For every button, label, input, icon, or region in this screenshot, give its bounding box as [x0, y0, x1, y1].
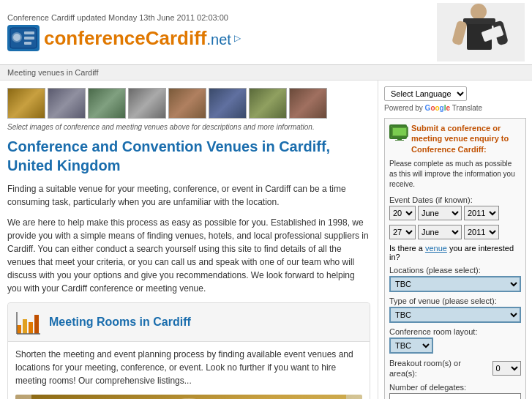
delegates-label: Number of delegates: — [389, 383, 521, 392]
date-from-day-select[interactable]: 20 — [389, 206, 416, 220]
translate-word: Translate — [452, 104, 482, 112]
logo-area: conferenceCardiff.net ▷ — [7, 25, 241, 51]
header-photo — [437, 3, 525, 61]
date-to-row[interactable]: 27 June 2011 — [389, 225, 521, 239]
venue-link[interactable]: venue — [425, 244, 447, 253]
svg-point-2 — [13, 34, 20, 41]
svg-rect-24 — [395, 140, 404, 141]
logo-text: conferenceCardiff.net — [44, 27, 231, 50]
powered-by-text: Powered by Google Translate — [384, 104, 526, 112]
meeting-rooms-image — [15, 395, 362, 399]
gallery-thumb-5[interactable] — [168, 88, 206, 119]
submit-box: Submit a conference or meeting venue enq… — [384, 118, 526, 399]
date-to-day-select[interactable]: 27 — [389, 225, 416, 239]
intro-paragraph-1: Finding a suitable venue for your meetin… — [7, 182, 370, 209]
meeting-rooms-header: Meeting Rooms in Cardiff — [8, 303, 370, 342]
locations-label: Locations (please select): — [389, 266, 521, 275]
header: Conference Cardiff updated Monday 13th J… — [0, 0, 532, 65]
venue-question-text: Is there a venue you are interested in? — [389, 244, 514, 261]
date-from-year-select[interactable]: 2011 — [464, 206, 499, 220]
delegates-row: Number of delegates: — [389, 383, 521, 399]
image-gallery[interactable] — [7, 88, 370, 119]
language-selector[interactable]: Select Language — [384, 86, 526, 101]
type-of-venue-row: Type of venue (please select): TBC — [389, 297, 521, 323]
right-sidebar: Select Language Powered by Google Transl… — [378, 81, 532, 399]
monitor-icon — [389, 124, 407, 139]
gallery-thumb-1[interactable] — [7, 88, 45, 119]
logo-cardiff: Cardiff — [146, 27, 207, 49]
meeting-rooms-section: Meeting Rooms in Cardiff Shorten the mee… — [7, 302, 370, 399]
date-from-month-select[interactable]: June — [418, 206, 462, 220]
locations-select[interactable]: TBC — [389, 276, 521, 292]
lady-arm-left — [452, 20, 468, 46]
language-select[interactable]: Select Language — [384, 86, 467, 101]
meeting-rooms-title: Meeting Rooms in Cardiff — [49, 316, 191, 329]
breakout-select[interactable]: 0 — [492, 361, 521, 376]
date-to-year-select[interactable]: 2011 — [464, 225, 499, 239]
breakout-label: Breakout room(s) or area(s): — [389, 358, 490, 379]
layout-select[interactable]: TBC — [389, 338, 433, 354]
breakout-row: Breakout room(s) or area(s): 0 — [389, 358, 521, 379]
meeting-rooms-text: Shorten the meeting and event planning p… — [15, 348, 362, 387]
gallery-thumb-7[interactable] — [249, 88, 287, 119]
page-title: Conference and Convention Venues in Card… — [7, 137, 370, 175]
gallery-thumb-4[interactable] — [128, 88, 166, 119]
svg-rect-4 — [24, 37, 34, 40]
svg-rect-5 — [24, 42, 31, 45]
powered-by-label: Powered by — [384, 104, 423, 112]
main-layout: Select images of conference and meeting … — [0, 81, 532, 399]
svg-rect-23 — [397, 138, 402, 140]
form-notice: Please complete as much as possible as t… — [389, 159, 521, 190]
header-left: Conference Cardiff updated Monday 13th J… — [7, 13, 241, 51]
bar-chart-icon — [15, 309, 42, 335]
breadcrumb-text: Meeting venues in Cardiff — [7, 68, 99, 77]
meeting-rooms-body: Shorten the meeting and event planning p… — [8, 342, 370, 399]
type-label: Type of venue (please select): — [389, 297, 521, 305]
layout-row: Conference room layout: TBC — [389, 327, 521, 354]
google-brand: Google — [425, 104, 452, 112]
form-notice-text: Please complete as much as possible as t… — [389, 160, 515, 188]
locations-row: Locations (please select): TBC — [389, 266, 521, 292]
submit-box-text: Submit a conference or meeting venue enq… — [411, 123, 521, 154]
date-to-month-select[interactable]: June — [418, 225, 462, 239]
svg-rect-8 — [29, 322, 33, 334]
breakout-inline: Breakout room(s) or area(s): 0 — [389, 358, 521, 379]
logo-icon — [7, 25, 40, 51]
gallery-thumb-3[interactable] — [88, 88, 126, 119]
breadcrumb: Meeting venues in Cardiff — [0, 65, 532, 81]
logo-arrow-icon: ▷ — [234, 33, 241, 43]
delegates-input[interactable] — [389, 393, 521, 399]
submit-box-header: Submit a conference or meeting venue enq… — [389, 123, 521, 154]
gallery-thumb-8[interactable] — [289, 88, 327, 119]
svg-rect-6 — [17, 325, 21, 334]
lady-image — [444, 4, 517, 61]
svg-rect-7 — [23, 319, 27, 334]
layout-label: Conference room layout: — [389, 327, 521, 336]
logo-net: .net — [207, 31, 231, 48]
intro-paragraph-2: We are here to help make this process as… — [7, 216, 370, 295]
logo-conference: conference — [44, 27, 146, 49]
event-dates-row: Event Dates (if known): 20 June 2011 27 — [389, 195, 521, 239]
date-from-row[interactable]: 20 June 2011 — [389, 206, 521, 220]
venue-question-row: Is there a venue you are interested in? — [389, 244, 521, 261]
svg-rect-3 — [24, 31, 34, 34]
gallery-thumb-2[interactable] — [48, 88, 86, 119]
svg-rect-22 — [393, 128, 406, 135]
svg-rect-9 — [34, 315, 39, 334]
type-select[interactable]: TBC — [389, 307, 521, 323]
lady-head — [471, 4, 487, 20]
gallery-caption: Select images of conference and meeting … — [7, 123, 370, 131]
updated-text: Conference Cardiff updated Monday 13th J… — [7, 13, 241, 22]
gallery-thumb-6[interactable] — [209, 88, 247, 119]
left-content: Select images of conference and meeting … — [0, 81, 378, 399]
event-dates-label: Event Dates (if known): — [389, 195, 521, 204]
